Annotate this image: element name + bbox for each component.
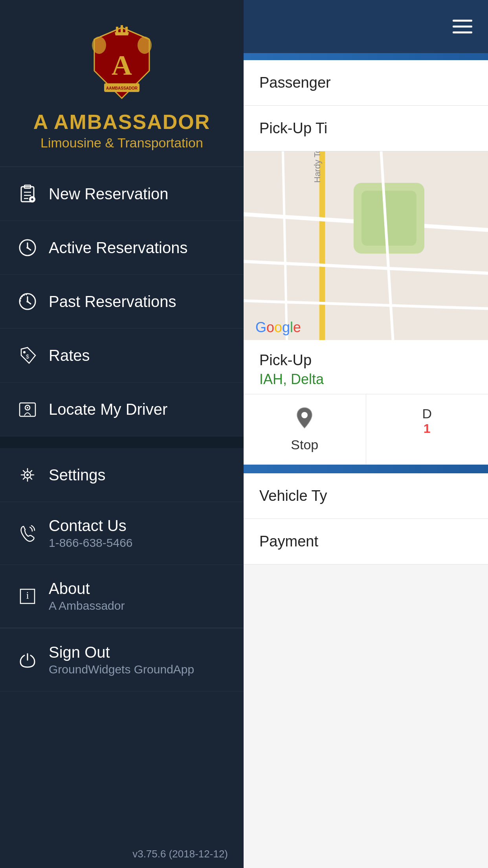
svg-point-21 <box>27 247 29 249</box>
tag-icon: $ <box>16 344 39 367</box>
passenger-field[interactable]: Passenger <box>244 60 488 106</box>
clock-history-icon <box>16 290 39 313</box>
svg-rect-1 <box>116 27 118 32</box>
map-background: Hardy Toll Rd Google <box>244 151 488 340</box>
sign-out-sublabel: GroundWidgets GroundApp <box>49 663 194 676</box>
svg-point-32 <box>26 474 29 476</box>
destination-label: D <box>422 406 432 421</box>
app-tagline: Limousine & Transportation <box>40 135 203 151</box>
navigation-drawer: A AAMBASSADOR A AMBASSADOR Limousine & T… <box>0 0 244 868</box>
passenger-label: Passenger <box>259 74 472 91</box>
nav-item-active-reservations[interactable]: Active Reservations <box>0 221 244 275</box>
pickup-location-section[interactable]: Pick-Up IAH, Delta <box>244 340 488 394</box>
hamburger-button[interactable] <box>453 20 472 33</box>
svg-rect-3 <box>125 27 128 32</box>
svg-point-30 <box>27 407 28 408</box>
active-reservations-label: Active Reservations <box>49 239 187 257</box>
accent-bar-top <box>244 53 488 60</box>
contact-label: Contact Us <box>49 517 133 535</box>
power-icon <box>16 648 39 672</box>
svg-rect-2 <box>121 25 123 32</box>
logo-area: A AAMBASSADOR A AMBASSADOR Limousine & T… <box>0 0 244 166</box>
svg-text:Google: Google <box>255 319 301 335</box>
nav-item-contact[interactable]: Contact Us 1-866-638-5466 <box>0 502 244 565</box>
info-icon: i <box>16 585 39 608</box>
contact-phone: 1-866-638-5466 <box>49 536 133 550</box>
pickup-location-value: IAH, Delta <box>259 371 472 388</box>
clock-icon <box>16 236 39 259</box>
vehicle-type-label: Vehicle Ty <box>259 487 472 504</box>
svg-text:A: A <box>112 50 132 81</box>
about-sublabel: A Ambassador <box>49 599 125 612</box>
svg-point-8 <box>92 37 106 54</box>
locate-driver-label: Locate My Driver <box>49 401 167 418</box>
nav-item-about[interactable]: i About A Ambassador <box>0 565 244 628</box>
stop-destination-row: Stop D 1 <box>244 394 488 465</box>
nav-item-new-reservation[interactable]: New Reservation <box>0 167 244 221</box>
pickup-time-label: Pick-Up Ti <box>259 120 472 137</box>
sign-out-label: Sign Out <box>49 644 194 661</box>
stop-pin-icon <box>295 406 314 434</box>
destination-number: 1 <box>424 421 431 436</box>
nav-item-past-reservations[interactable]: Past Reservations <box>0 275 244 329</box>
svg-point-25 <box>27 301 29 303</box>
svg-text:AAMBASSADOR: AAMBASSADOR <box>106 86 138 90</box>
payment-field[interactable]: Payment <box>244 519 488 565</box>
app-title: A AMBASSADOR <box>33 110 211 134</box>
accent-bar-middle <box>244 465 488 473</box>
right-panel: Passenger Pick-Up Ti <box>244 0 488 868</box>
svg-point-9 <box>138 37 152 54</box>
version-bar: v3.75.6 (2018-12-12) <box>0 840 244 868</box>
version-text: v3.75.6 (2018-12-12) <box>132 848 228 860</box>
svg-marker-4 <box>115 32 129 35</box>
new-reservation-label: New Reservation <box>49 185 169 203</box>
svg-point-26 <box>23 351 26 353</box>
about-label: About <box>49 580 125 598</box>
stop-cell[interactable]: Stop <box>244 394 366 465</box>
nav-item-sign-out[interactable]: Sign Out GroundWidgets GroundApp <box>0 629 244 691</box>
gear-icon <box>16 463 39 487</box>
settings-label: Settings <box>49 466 106 484</box>
destination-cell[interactable]: D 1 <box>366 394 488 465</box>
section-gap <box>0 436 244 448</box>
phone-icon <box>16 522 39 545</box>
payment-label: Payment <box>259 533 472 550</box>
stop-label: Stop <box>291 437 318 452</box>
pickup-time-field[interactable]: Pick-Up Ti <box>244 106 488 151</box>
top-bar <box>244 0 488 53</box>
map-icon <box>16 397 39 421</box>
pickup-location-label: Pick-Up <box>259 352 472 369</box>
map-svg: Hardy Toll Rd Google <box>244 151 488 340</box>
rates-label: Rates <box>49 347 90 364</box>
nav-item-locate-driver[interactable]: Locate My Driver <box>0 383 244 436</box>
logo-emblem: A AAMBASSADOR <box>83 24 161 102</box>
svg-rect-42 <box>361 191 416 246</box>
map-container: Hardy Toll Rd Google <box>244 151 488 340</box>
svg-text:Hardy Toll Rd: Hardy Toll Rd <box>312 151 322 183</box>
nav-item-settings[interactable]: Settings <box>0 448 244 502</box>
svg-text:i: i <box>26 590 29 601</box>
nav-item-rates[interactable]: $ Rates <box>0 329 244 383</box>
svg-point-48 <box>301 412 308 418</box>
past-reservations-label: Past Reservations <box>49 293 176 311</box>
svg-text:$: $ <box>26 353 29 360</box>
vehicle-type-field[interactable]: Vehicle Ty <box>244 473 488 519</box>
clipboard-icon <box>16 182 39 206</box>
